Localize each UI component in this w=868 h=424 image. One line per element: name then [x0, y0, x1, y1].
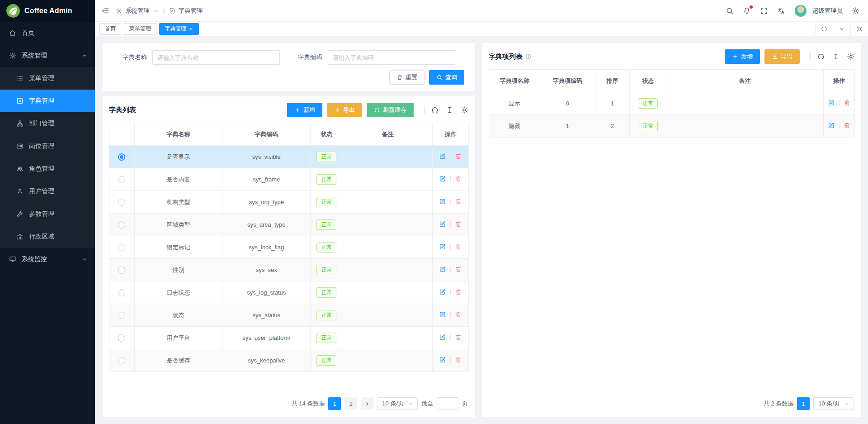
refresh-icon[interactable]: [431, 106, 439, 114]
row-radio[interactable]: [118, 267, 125, 274]
edit-icon[interactable]: [439, 175, 446, 182]
edit-icon[interactable]: [828, 122, 835, 129]
export-dict-item-button[interactable]: 导出: [764, 49, 800, 64]
row-radio[interactable]: [118, 244, 125, 251]
edit-icon[interactable]: [439, 288, 446, 295]
trash-icon[interactable]: [844, 122, 851, 129]
sidebar-item-role-mgmt[interactable]: 角色管理: [0, 157, 95, 180]
table-row[interactable]: 显示 0 1 正常: [489, 92, 855, 115]
refresh-icon[interactable]: [817, 52, 825, 61]
table-row[interactable]: 日志状态 sys_log_status 正常: [109, 281, 469, 304]
text-height-icon[interactable]: [446, 106, 454, 114]
page-button-1[interactable]: 1: [797, 397, 810, 410]
trash-icon[interactable]: [455, 266, 462, 273]
page-button-2[interactable]: 2: [344, 397, 357, 410]
table-row[interactable]: 是否显示 sys_visible 正常: [109, 146, 469, 168]
maximize-icon[interactable]: [850, 22, 868, 36]
trash-icon[interactable]: [455, 288, 462, 295]
table-row[interactable]: 区域类型 sys_area_type 正常: [109, 214, 469, 236]
gear-icon[interactable]: [852, 7, 860, 15]
fold-sidebar-icon[interactable]: [101, 7, 109, 15]
edit-icon[interactable]: [828, 99, 835, 106]
dict-code-input[interactable]: [328, 50, 455, 65]
close-icon[interactable]: [189, 27, 193, 31]
dict-item-header-row: 字典项名称 字典项编码 排序 状态 备注 操作: [489, 70, 855, 92]
trash-icon[interactable]: [455, 333, 462, 341]
tab-dict-mgmt[interactable]: 字典管理: [159, 23, 199, 35]
edit-icon[interactable]: [439, 220, 446, 228]
trash-icon[interactable]: [455, 243, 462, 250]
trash-icon[interactable]: [455, 220, 462, 228]
trash-icon[interactable]: [844, 99, 851, 106]
table-row[interactable]: 是否缓存 sys_keepalive 正常: [109, 349, 469, 372]
bell-icon[interactable]: [743, 7, 751, 15]
sidebar-item-post-mgmt[interactable]: 岗位管理: [0, 135, 95, 157]
query-button[interactable]: 查询: [429, 70, 464, 85]
refresh-cache-button[interactable]: 刷新缓存: [367, 103, 414, 117]
table-row[interactable]: 锁定标记 sys_lock_flag 正常: [109, 236, 469, 259]
row-radio[interactable]: [118, 334, 125, 342]
row-radio[interactable]: [118, 357, 125, 364]
trash-icon[interactable]: [455, 175, 462, 182]
table-row[interactable]: 状态 sys_status 正常: [109, 304, 469, 327]
chevron-down-icon[interactable]: [833, 22, 850, 36]
gear-icon[interactable]: [847, 52, 855, 61]
edit-icon[interactable]: [439, 333, 446, 341]
refresh-icon[interactable]: [815, 22, 833, 36]
avatar[interactable]: [794, 5, 807, 17]
tab-home[interactable]: 首页: [99, 23, 121, 35]
table-row[interactable]: 用户平台 sys_user_platform 正常: [109, 327, 469, 349]
chevron-down-icon[interactable]: [153, 8, 159, 14]
next-page-button[interactable]: [361, 397, 373, 410]
table-row[interactable]: 隐藏 1 2 正常: [489, 115, 855, 138]
sidebar-item-user-mgmt[interactable]: 用户管理: [0, 180, 95, 203]
add-dict-button[interactable]: 新增: [287, 103, 322, 117]
page-button-1[interactable]: 1: [328, 397, 341, 410]
sidebar-item-param-mgmt[interactable]: 参数管理: [0, 203, 95, 225]
row-radio[interactable]: [118, 199, 125, 206]
edit-icon[interactable]: [439, 243, 446, 250]
reset-button[interactable]: 重置: [389, 70, 425, 85]
edit-icon[interactable]: [439, 311, 446, 318]
table-row[interactable]: 机构类型 sys_org_type 正常: [109, 191, 469, 214]
table-row[interactable]: 性别 sys_sex 正常: [109, 259, 469, 281]
edit-icon[interactable]: [439, 356, 446, 363]
page-size-select[interactable]: 10 条/页: [377, 397, 418, 410]
row-radio[interactable]: [118, 312, 125, 319]
sidebar-item-home[interactable]: 首页: [0, 22, 95, 44]
export-dict-button[interactable]: 导出: [327, 103, 362, 117]
sidebar-item-monitor[interactable]: 系统监控: [0, 248, 95, 271]
page-size-select[interactable]: 10 条/页: [813, 397, 854, 410]
gear-icon[interactable]: [461, 106, 469, 114]
row-radio[interactable]: [118, 221, 125, 229]
text-height-icon[interactable]: [832, 52, 840, 61]
tab-menu-mgmt[interactable]: 菜单管理: [124, 23, 156, 35]
sidebar-item-menu-mgmt[interactable]: 菜单管理: [0, 67, 95, 90]
breadcrumb-current[interactable]: 字典管理: [179, 7, 203, 15]
row-radio[interactable]: [118, 176, 125, 183]
edit-icon[interactable]: [439, 266, 446, 273]
table-row[interactable]: 是否内嵌 sys_frame 正常: [109, 168, 469, 191]
sidebar-item-admin-region[interactable]: 行政区域: [0, 225, 95, 248]
edit-icon[interactable]: [439, 152, 446, 160]
info-icon[interactable]: [525, 53, 532, 60]
row-radio[interactable]: [118, 153, 125, 161]
breadcrumb-parent[interactable]: 系统管理: [125, 7, 150, 15]
trash-icon[interactable]: [455, 152, 462, 160]
username[interactable]: 超级管理员: [812, 7, 843, 15]
trash-icon[interactable]: [455, 198, 462, 205]
trash-icon[interactable]: [455, 356, 462, 363]
row-radio[interactable]: [118, 289, 125, 296]
add-dict-item-button[interactable]: 新增: [725, 49, 760, 64]
sidebar-item-dept-mgmt[interactable]: 部门管理: [0, 112, 95, 135]
translate-icon[interactable]: [777, 7, 785, 15]
bank-icon: [16, 233, 24, 240]
dict-name-input[interactable]: [152, 50, 280, 65]
sidebar-item-system[interactable]: 系统管理: [0, 44, 95, 67]
sidebar-item-dict-mgmt[interactable]: 字典管理: [0, 90, 95, 112]
trash-icon[interactable]: [455, 311, 462, 318]
fullscreen-icon[interactable]: [760, 7, 768, 15]
edit-icon[interactable]: [439, 198, 446, 205]
search-icon[interactable]: [726, 7, 734, 15]
jump-page-input[interactable]: [437, 397, 458, 410]
